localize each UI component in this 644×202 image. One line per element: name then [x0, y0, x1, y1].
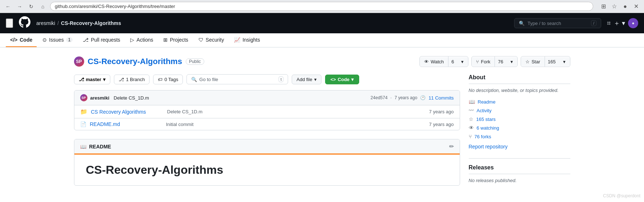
commit-author-avatar: SP	[80, 94, 87, 101]
tab-pull-requests[interactable]: ⎇ Pull requests	[78, 33, 124, 47]
file-table: SP aresmiki Delete CS_1D.m 24ed574 · 7 y…	[74, 90, 460, 130]
bookmark-button[interactable]: ☆	[610, 2, 619, 11]
code-btn-label: Code	[338, 77, 350, 82]
sidebar: About No description, website, or topics…	[469, 74, 570, 192]
activity-link[interactable]: 〰 Activity	[469, 106, 570, 115]
url-text: github.com/aresmiki/CS-Recovery-Algorith…	[55, 4, 175, 9]
address-bar[interactable]: github.com/aresmiki/CS-Recovery-Algorith…	[50, 2, 593, 11]
watching-count[interactable]: 👁 6 watching	[469, 123, 570, 132]
branch-count-btn[interactable]: ⎇ 1 Branch	[114, 75, 149, 84]
menu-button[interactable]: ✕	[632, 2, 640, 11]
readme-header: 📖 README ✏	[74, 139, 460, 155]
commit-header: SP aresmiki Delete CS_1D.m 24ed574 · 7 y…	[74, 91, 460, 105]
stars-count[interactable]: ☆ 165 stars	[469, 115, 570, 123]
hamburger-menu[interactable]: ☰	[6, 18, 13, 28]
tab-code[interactable]: </> Code	[6, 33, 37, 47]
go-to-file-label: Go to file	[199, 77, 218, 82]
commits-count: 11 Commits	[428, 95, 454, 101]
watch-count[interactable]: 6	[448, 57, 457, 66]
code-icon: </>	[10, 37, 17, 43]
branch-count-label: 1 Branch	[126, 77, 145, 82]
forks-count[interactable]: ⑂ 76 forks	[469, 132, 570, 141]
about-title: About	[469, 74, 570, 84]
home-button[interactable]: ⌂	[38, 2, 47, 11]
file-time: 7 years ago	[429, 109, 454, 114]
github-logo[interactable]	[19, 16, 30, 30]
repo-link[interactable]: CS-Recovery-Algorithms	[61, 20, 121, 26]
tab-projects[interactable]: ⊞ Projects	[159, 33, 193, 47]
plus-button[interactable]: ＋ ▾	[614, 19, 625, 28]
commit-meta: 24ed574 · 7 years ago 🕐 11 Commits	[370, 95, 454, 101]
star-button[interactable]: ☆ Star	[521, 57, 545, 66]
user-avatar[interactable]: ●	[628, 18, 638, 28]
about-section: About No description, website, or topics…	[469, 74, 570, 150]
visibility-badge: Public	[186, 58, 204, 65]
repo-name[interactable]: CS-Recovery-Algorithms	[88, 57, 182, 66]
tab-security[interactable]: 🛡 Security	[194, 33, 229, 47]
go-to-file-button[interactable]: 🔍 Go to file t	[186, 74, 288, 84]
branch-icon: ⎇	[79, 77, 84, 82]
refresh-button[interactable]: ↻	[27, 2, 36, 11]
main-panel: ⎇ master ▾ ⎇ 1 Branch 🏷 0 Tags 🔍 Go to f…	[74, 74, 460, 192]
file-name-link[interactable]: CS Recovery Algorithms	[91, 109, 164, 115]
stars-link[interactable]: 165 stars	[476, 117, 496, 122]
readme-link[interactable]: 📖 Readme	[469, 97, 570, 106]
branch-count-icon: ⎇	[119, 77, 124, 82]
fork-group: ⑂ Fork 76 ▾	[471, 56, 517, 67]
branch-name: master	[86, 77, 102, 82]
go-to-file-shortcut: t	[279, 76, 283, 82]
code-button[interactable]: <> Code ▾	[325, 75, 360, 84]
tab-actions[interactable]: ▷ Actions	[126, 33, 157, 47]
activity-sidebar-link[interactable]: Activity	[477, 108, 492, 113]
terminal-button[interactable]: ⌗	[607, 20, 611, 27]
tag-count-btn[interactable]: 🏷 0 Tags	[153, 75, 183, 84]
issues-badge: 1	[66, 37, 73, 42]
tab-security-label: Security	[206, 37, 224, 43]
back-button[interactable]: ←	[4, 2, 12, 11]
report-repo-link[interactable]: Report repository	[469, 144, 508, 150]
main-content-area: SP CS-Recovery-Algorithms Public 👁 Watch…	[68, 47, 576, 201]
owner-link[interactable]: aresmiki	[36, 20, 55, 26]
add-file-chevron: ▾	[314, 77, 317, 82]
fork-label: Fork	[481, 59, 490, 64]
tab-insights[interactable]: 📈 Insights	[230, 33, 264, 47]
repo-navigation: </> Code ⊙ Issues 1 ⎇ Pull requests ▷ Ac…	[0, 33, 644, 47]
global-search[interactable]: 🔍 Type / to search /	[514, 18, 601, 28]
star-sidebar-icon: ☆	[469, 116, 473, 122]
search-small-icon: 🔍	[191, 77, 197, 82]
repo-controls: ⎇ master ▾ ⎇ 1 Branch 🏷 0 Tags 🔍 Go to f…	[74, 74, 460, 84]
watermark: CSDN @superdont	[603, 193, 640, 198]
releases-description: No releases published.	[469, 178, 570, 183]
fork-icon: ⑂	[476, 59, 479, 64]
commits-link[interactable]: 11 Commits	[428, 95, 454, 101]
star-label: Star	[532, 59, 540, 64]
fork-button[interactable]: ⑂ Fork	[472, 57, 495, 66]
tab-issues[interactable]: ⊙ Issues 1	[38, 33, 77, 47]
add-file-button[interactable]: Add file ▾	[292, 75, 321, 84]
file-name-link[interactable]: README.md	[90, 121, 163, 127]
extensions-button[interactable]: ⊞	[599, 2, 608, 11]
watch-dropdown[interactable]: ▾	[457, 57, 468, 66]
tab-insights-label: Insights	[242, 37, 260, 43]
watching-link[interactable]: 6 watching	[477, 125, 499, 131]
fork-dropdown[interactable]: ▾	[506, 57, 517, 66]
browser-chrome: ← → ↻ ⌂ github.com/aresmiki/CS-Recovery-…	[0, 0, 644, 13]
commit-message: Delete CS_1D.m	[114, 95, 149, 101]
star-count[interactable]: 165	[545, 57, 559, 66]
clock-icon: 🕐	[420, 95, 426, 100]
commit-time: 7 years ago	[394, 95, 417, 100]
forks-link[interactable]: 76 forks	[475, 134, 491, 139]
pr-icon: ⎇	[83, 37, 89, 43]
branch-selector[interactable]: ⎇ master ▾	[74, 75, 111, 84]
readme-sidebar-link[interactable]: Readme	[478, 99, 496, 105]
star-dropdown[interactable]: ▾	[559, 57, 570, 66]
fork-count[interactable]: 76	[495, 57, 506, 66]
book-sidebar-icon: 📖	[469, 99, 475, 105]
forward-button[interactable]: →	[15, 2, 24, 11]
edit-readme-button[interactable]: ✏	[449, 143, 454, 150]
commit-author[interactable]: aresmiki	[90, 95, 110, 101]
profile-button[interactable]: ●	[621, 2, 629, 11]
watch-button[interactable]: 👁 Watch	[420, 57, 448, 66]
readme-heading: CS-Recovery-Algorithms	[86, 163, 448, 177]
table-row: 📁 CS Recovery Algorithms Delete CS_1D.m …	[74, 105, 460, 118]
